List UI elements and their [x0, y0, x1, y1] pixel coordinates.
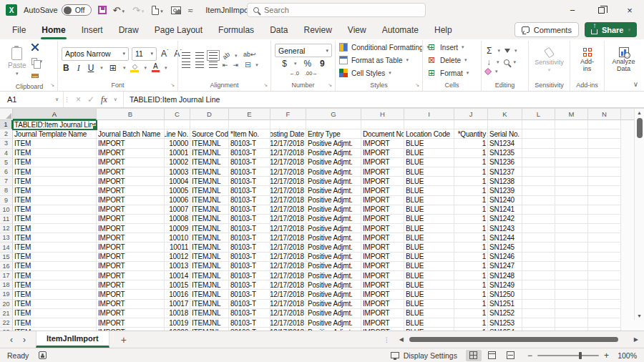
paste-button[interactable]: Paste▾ [5, 47, 29, 77]
cell-A2[interactable]: Journal Template Name [13, 129, 97, 139]
cell-K18[interactable]: SN1249 [488, 280, 522, 290]
cell-H22[interactable]: IMPORT [361, 318, 404, 328]
cell-C19[interactable]: 10016 [165, 290, 190, 299]
cell-N9[interactable] [588, 196, 621, 205]
font-size-select[interactable]: 11▾ [132, 47, 157, 61]
row-header-22[interactable]: 22 [0, 318, 13, 328]
cell-K23[interactable]: SN1254 [488, 328, 522, 331]
tab-formulas[interactable]: Formulas [210, 21, 262, 39]
cell-M23[interactable] [555, 328, 588, 331]
tab-page-layout[interactable]: Page Layout [147, 21, 210, 39]
sensitivity-button[interactable]: Sensitivity▾ [532, 47, 567, 74]
cell-B22[interactable]: IMPORT [97, 318, 165, 328]
cell-I5[interactable]: BLUE [404, 158, 454, 167]
display-settings-button[interactable]: Display Settings [391, 351, 457, 360]
tab-data[interactable]: Data [262, 21, 296, 39]
cell-L18[interactable] [522, 280, 555, 290]
cell-A19[interactable]: ITEM [13, 290, 97, 299]
cell-B11[interactable]: IMPORT [97, 215, 165, 224]
cell-B3[interactable]: IMPORT [97, 139, 165, 148]
cell-F7[interactable]: 12/17/2018 [270, 177, 306, 186]
cell-N11[interactable] [588, 215, 621, 224]
cell-G19[interactable]: Positive Adjmt. [306, 290, 361, 299]
cell-J23[interactable]: 1 [454, 328, 488, 331]
cell-M8[interactable] [555, 186, 588, 195]
cell-M13[interactable] [555, 233, 588, 243]
cell-F18[interactable]: 12/17/2018 [270, 280, 306, 290]
cell-A18[interactable]: ITEM [13, 280, 97, 290]
namebox-resizer[interactable]: ⋮ [63, 92, 70, 107]
cell-D19[interactable]: ITEMJNL [190, 290, 229, 299]
cell-K13[interactable]: SN1244 [488, 233, 522, 243]
cell-M14[interactable] [555, 243, 588, 252]
cell-J16[interactable]: 1 [454, 262, 488, 271]
cell-K4[interactable]: SN1235 [488, 149, 522, 158]
number-format-select[interactable]: General▾ [275, 44, 332, 57]
cell-L15[interactable] [522, 253, 555, 262]
row-header-18[interactable]: 18 [0, 280, 13, 290]
comma-format-button[interactable]: 9 [318, 59, 326, 69]
quick-command-button[interactable]: ▾ [152, 6, 165, 15]
cell-F17[interactable]: 12/17/2018 [270, 271, 306, 280]
cell-G14[interactable]: Positive Adjmt. [306, 243, 361, 252]
cell-H13[interactable]: IMPORT [361, 233, 404, 243]
cell-F6[interactable]: 12/17/2018 [270, 167, 306, 177]
cell-J17[interactable]: 1 [454, 271, 488, 280]
cell-styles-button[interactable]: Cell Styles▾ [339, 67, 429, 79]
cell-H18[interactable]: IMPORT [361, 280, 404, 290]
zoom-slider[interactable] [537, 355, 599, 356]
share-button[interactable]: Share▾ [585, 22, 637, 37]
cell-K16[interactable]: SN1247 [488, 262, 522, 271]
cell-F3[interactable]: 12/17/2018 [270, 139, 306, 148]
column-header-b[interactable]: B [97, 109, 165, 120]
new-sheet-button[interactable]: + [109, 331, 138, 348]
tab-splitter-handle[interactable]: ⋮ [384, 336, 390, 343]
cell-N13[interactable] [588, 233, 621, 243]
cell-A14[interactable]: ITEM [13, 243, 97, 252]
cell-K6[interactable]: SN1237 [488, 167, 522, 177]
cell-C15[interactable]: 10012 [165, 253, 190, 262]
italic-button[interactable]: I [76, 63, 82, 74]
cell-G11[interactable]: Positive Adjmt. [306, 215, 361, 224]
cell-D15[interactable]: ITEMJNL [190, 253, 229, 262]
cell-D11[interactable]: ITEMJNL [190, 215, 229, 224]
cell-F23[interactable]: 12/17/2018 [270, 328, 306, 331]
cell-N18[interactable] [588, 280, 621, 290]
cell-N10[interactable] [588, 205, 621, 215]
align-middle-button[interactable] [195, 52, 204, 59]
format-painter-button[interactable] [31, 70, 43, 82]
fill-button[interactable]: ↓ [485, 57, 492, 67]
cell-B9[interactable]: IMPORT [97, 196, 165, 205]
cell-A8[interactable]: ITEM [13, 186, 97, 195]
cell-J19[interactable]: 1 [454, 290, 488, 299]
cell-L13[interactable] [522, 233, 555, 243]
cell-J5[interactable]: 1 [454, 158, 488, 167]
cell-G17[interactable]: Positive Adjmt. [306, 271, 361, 280]
cell-G6[interactable]: Positive Adjmt. [306, 167, 361, 177]
cell-A10[interactable]: ITEM [13, 205, 97, 215]
cell-K11[interactable]: SN1242 [488, 215, 522, 224]
cell-H15[interactable]: IMPORT [361, 253, 404, 262]
cell-M4[interactable] [555, 149, 588, 158]
tab-review[interactable]: Review [296, 21, 339, 39]
cell-M9[interactable] [555, 196, 588, 205]
page-break-view-button[interactable] [503, 350, 519, 361]
bold-button[interactable]: B [62, 63, 71, 73]
column-header-e[interactable]: E [229, 109, 270, 120]
cell-F5[interactable]: 12/17/2018 [270, 158, 306, 167]
cell-J9[interactable]: 1 [454, 196, 488, 205]
increase-decimal-button[interactable]: ←.0 [289, 70, 299, 77]
cell-C8[interactable]: 10005 [165, 186, 190, 195]
cell-F8[interactable]: 12/17/2018 [270, 186, 306, 195]
cell-L21[interactable] [522, 309, 555, 318]
formula-bar-expand-icon[interactable]: ∨ [114, 97, 117, 102]
cell-H5[interactable]: IMPORT [361, 158, 404, 167]
delete-cells-button[interactable]: ⊠Delete▾ [426, 54, 469, 66]
cell-B18[interactable]: IMPORT [97, 280, 165, 290]
cell-J7[interactable]: 1 [454, 177, 488, 186]
cell-I22[interactable]: BLUE [404, 318, 454, 328]
cell-K8[interactable]: SN1239 [488, 186, 522, 195]
cell-B19[interactable]: IMPORT [97, 290, 165, 299]
cell-I19[interactable]: BLUE [404, 290, 454, 299]
cell-M2[interactable] [555, 129, 588, 139]
